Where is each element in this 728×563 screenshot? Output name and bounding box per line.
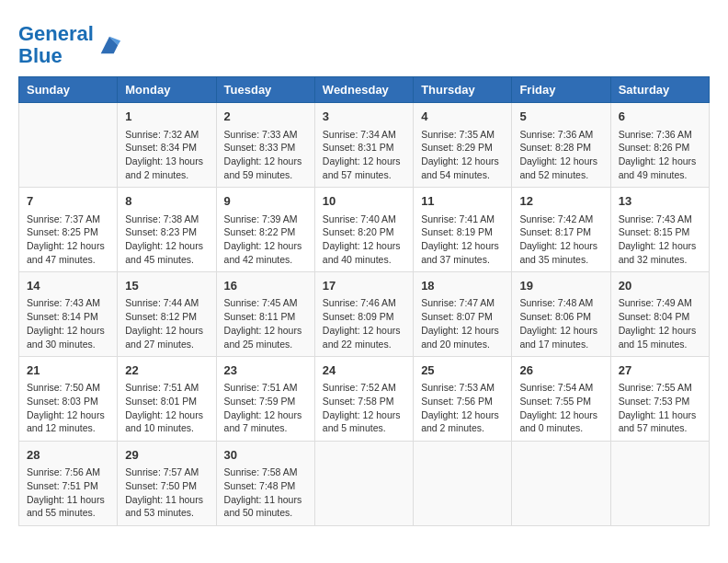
day-number: 23 (224, 362, 307, 379)
page-header: GeneralBlue (18, 18, 710, 67)
calendar-cell: 23Sunrise: 7:51 AMSunset: 7:59 PMDayligh… (216, 357, 314, 442)
calendar-header: SundayMondayTuesdayWednesdayThursdayFrid… (19, 77, 710, 103)
day-info: Sunrise: 7:45 AMSunset: 8:11 PMDaylight:… (224, 296, 307, 350)
day-number: 16 (224, 278, 307, 294)
calendar-cell: 18Sunrise: 7:47 AMSunset: 8:07 PMDayligh… (414, 272, 512, 357)
day-number: 12 (519, 193, 602, 210)
calendar-cell: 5Sunrise: 7:36 AMSunset: 8:28 PMDaylight… (512, 103, 610, 188)
day-info: Sunrise: 7:46 AMSunset: 8:09 PMDaylight:… (323, 296, 405, 350)
day-number: 3 (323, 109, 405, 125)
day-number: 25 (421, 362, 504, 379)
header-row: SundayMondayTuesdayWednesdayThursdayFrid… (19, 77, 710, 103)
calendar-cell: 30Sunrise: 7:58 AMSunset: 7:48 PMDayligh… (216, 442, 314, 526)
day-info: Sunrise: 7:51 AMSunset: 7:59 PMDaylight:… (224, 381, 307, 435)
header-wednesday: Wednesday (314, 77, 413, 103)
day-number: 28 (27, 447, 109, 464)
calendar-cell (314, 442, 413, 526)
day-number: 27 (619, 362, 701, 379)
header-friday: Friday (512, 77, 610, 103)
calendar-cell: 6Sunrise: 7:36 AMSunset: 8:26 PMDaylight… (610, 103, 709, 188)
day-info: Sunrise: 7:39 AMSunset: 8:22 PMDaylight:… (224, 213, 307, 267)
day-number: 24 (323, 362, 405, 379)
calendar-cell: 19Sunrise: 7:48 AMSunset: 8:06 PMDayligh… (512, 272, 610, 357)
day-info: Sunrise: 7:32 AMSunset: 8:34 PMDaylight:… (125, 128, 208, 182)
week-row-4: 21Sunrise: 7:50 AMSunset: 8:03 PMDayligh… (19, 357, 710, 442)
logo-icon (97, 32, 122, 58)
day-number: 8 (125, 193, 208, 210)
day-number: 1 (125, 109, 208, 125)
day-info: Sunrise: 7:50 AMSunset: 8:03 PMDaylight:… (27, 381, 109, 435)
calendar-cell: 20Sunrise: 7:49 AMSunset: 8:04 PMDayligh… (610, 272, 709, 357)
day-number: 21 (27, 362, 109, 379)
week-row-5: 28Sunrise: 7:56 AMSunset: 7:51 PMDayligh… (19, 442, 710, 526)
calendar-cell: 3Sunrise: 7:34 AMSunset: 8:31 PMDaylight… (314, 103, 413, 188)
day-number: 14 (27, 278, 109, 294)
day-info: Sunrise: 7:51 AMSunset: 8:01 PMDaylight:… (125, 381, 208, 435)
calendar-cell: 28Sunrise: 7:56 AMSunset: 7:51 PMDayligh… (19, 442, 118, 526)
day-info: Sunrise: 7:41 AMSunset: 8:19 PMDaylight:… (421, 213, 504, 267)
header-sunday: Sunday (19, 77, 118, 103)
calendar-cell: 14Sunrise: 7:43 AMSunset: 8:14 PMDayligh… (19, 272, 118, 357)
day-info: Sunrise: 7:42 AMSunset: 8:17 PMDaylight:… (519, 213, 602, 267)
day-info: Sunrise: 7:57 AMSunset: 7:50 PMDaylight:… (125, 465, 208, 520)
calendar-cell: 4Sunrise: 7:35 AMSunset: 8:29 PMDaylight… (414, 103, 512, 188)
calendar-cell: 2Sunrise: 7:33 AMSunset: 8:33 PMDaylight… (216, 103, 314, 188)
day-info: Sunrise: 7:47 AMSunset: 8:07 PMDaylight:… (421, 296, 504, 350)
calendar-table: SundayMondayTuesdayWednesdayThursdayFrid… (18, 76, 710, 526)
day-info: Sunrise: 7:58 AMSunset: 7:48 PMDaylight:… (224, 465, 307, 520)
day-info: Sunrise: 7:36 AMSunset: 8:28 PMDaylight:… (519, 128, 602, 182)
day-info: Sunrise: 7:54 AMSunset: 7:55 PMDaylight:… (519, 381, 602, 435)
day-number: 11 (421, 193, 504, 210)
day-number: 22 (125, 362, 208, 379)
day-number: 7 (27, 193, 109, 210)
header-tuesday: Tuesday (216, 77, 314, 103)
day-number: 6 (619, 109, 701, 125)
day-number: 15 (125, 278, 208, 294)
calendar-cell: 9Sunrise: 7:39 AMSunset: 8:22 PMDaylight… (216, 188, 314, 272)
header-thursday: Thursday (414, 77, 512, 103)
header-monday: Monday (118, 77, 216, 103)
day-info: Sunrise: 7:53 AMSunset: 7:56 PMDaylight:… (421, 381, 504, 435)
day-info: Sunrise: 7:35 AMSunset: 8:29 PMDaylight:… (421, 128, 504, 182)
calendar-cell: 26Sunrise: 7:54 AMSunset: 7:55 PMDayligh… (512, 357, 610, 442)
day-number: 26 (519, 362, 602, 379)
day-info: Sunrise: 7:33 AMSunset: 8:33 PMDaylight:… (224, 128, 307, 182)
calendar-cell (19, 103, 118, 188)
calendar-cell: 11Sunrise: 7:41 AMSunset: 8:19 PMDayligh… (414, 188, 512, 272)
calendar-cell: 27Sunrise: 7:55 AMSunset: 7:53 PMDayligh… (610, 357, 709, 442)
day-info: Sunrise: 7:38 AMSunset: 8:23 PMDaylight:… (125, 213, 208, 267)
day-info: Sunrise: 7:43 AMSunset: 8:14 PMDaylight:… (27, 296, 109, 350)
calendar-cell: 15Sunrise: 7:44 AMSunset: 8:12 PMDayligh… (118, 272, 216, 357)
calendar-cell: 29Sunrise: 7:57 AMSunset: 7:50 PMDayligh… (118, 442, 216, 526)
day-number: 18 (421, 278, 504, 294)
calendar-cell: 8Sunrise: 7:38 AMSunset: 8:23 PMDaylight… (118, 188, 216, 272)
calendar-cell: 17Sunrise: 7:46 AMSunset: 8:09 PMDayligh… (314, 272, 413, 357)
day-info: Sunrise: 7:48 AMSunset: 8:06 PMDaylight:… (519, 296, 602, 350)
week-row-3: 14Sunrise: 7:43 AMSunset: 8:14 PMDayligh… (19, 272, 710, 357)
day-info: Sunrise: 7:52 AMSunset: 7:58 PMDaylight:… (323, 381, 405, 435)
week-row-2: 7Sunrise: 7:37 AMSunset: 8:25 PMDaylight… (19, 188, 710, 272)
day-info: Sunrise: 7:56 AMSunset: 7:51 PMDaylight:… (27, 465, 109, 520)
day-number: 9 (224, 193, 307, 210)
day-number: 4 (421, 109, 504, 125)
day-info: Sunrise: 7:40 AMSunset: 8:20 PMDaylight:… (323, 213, 405, 267)
day-number: 13 (619, 193, 701, 210)
calendar-body: 1Sunrise: 7:32 AMSunset: 8:34 PMDaylight… (19, 103, 710, 526)
day-number: 19 (519, 278, 602, 294)
day-info: Sunrise: 7:37 AMSunset: 8:25 PMDaylight:… (27, 213, 109, 267)
day-info: Sunrise: 7:36 AMSunset: 8:26 PMDaylight:… (619, 128, 701, 182)
calendar-cell: 13Sunrise: 7:43 AMSunset: 8:15 PMDayligh… (610, 188, 709, 272)
calendar-cell (414, 442, 512, 526)
day-info: Sunrise: 7:55 AMSunset: 7:53 PMDaylight:… (619, 381, 701, 435)
logo-text: GeneralBlue (18, 23, 94, 67)
header-saturday: Saturday (610, 77, 709, 103)
calendar-cell: 22Sunrise: 7:51 AMSunset: 8:01 PMDayligh… (118, 357, 216, 442)
day-info: Sunrise: 7:44 AMSunset: 8:12 PMDaylight:… (125, 296, 208, 350)
day-info: Sunrise: 7:49 AMSunset: 8:04 PMDaylight:… (619, 296, 701, 350)
calendar-cell (610, 442, 709, 526)
calendar-cell (512, 442, 610, 526)
day-number: 10 (323, 193, 405, 210)
calendar-cell: 16Sunrise: 7:45 AMSunset: 8:11 PMDayligh… (216, 272, 314, 357)
calendar-cell: 1Sunrise: 7:32 AMSunset: 8:34 PMDaylight… (118, 103, 216, 188)
calendar-cell: 24Sunrise: 7:52 AMSunset: 7:58 PMDayligh… (314, 357, 413, 442)
